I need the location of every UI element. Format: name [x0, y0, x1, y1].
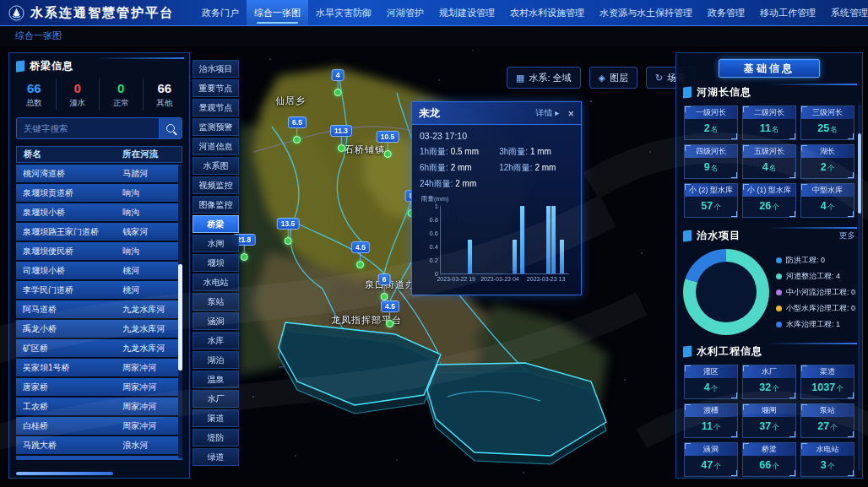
chart-x-tick: 2023-03-23 13 [527, 276, 566, 282]
bridge-table-row[interactable]: 泉堰坝小桥响沟 [16, 203, 182, 221]
nav-item[interactable]: 移动工作管理 [752, 0, 823, 25]
table-horizontal-scrollbar[interactable] [16, 472, 113, 475]
bridge-table-row[interactable]: 禹龙小桥九龙水库河 [16, 320, 182, 338]
bridge-table-row[interactable]: 马跳大桥浪水河 [16, 436, 182, 454]
layer-menu-item[interactable]: 堤防 [193, 429, 239, 446]
layer-menu-item[interactable]: 河道信息 [193, 138, 239, 155]
bridge-table-row[interactable]: 白桂桥周家冲河 [16, 417, 182, 435]
layer-menu-item[interactable]: 湖泊 [193, 351, 239, 369]
panel-scrollbar[interactable] [858, 104, 861, 471]
card-label: 小 (1) 型水库 [743, 184, 795, 197]
rainfall-metric: 12h雨量: 2 mm [499, 162, 573, 174]
search-button[interactable] [159, 118, 182, 138]
close-icon[interactable]: × [567, 108, 574, 119]
nav-item[interactable]: 政务管理 [700, 0, 752, 25]
layer-menu-item[interactable]: 重要节点 [193, 79, 239, 97]
layer-menu-item[interactable]: 绿道 [193, 448, 239, 466]
nav-item[interactable]: 河湖管护 [379, 0, 431, 25]
legend-dot [776, 306, 782, 311]
search-input[interactable] [17, 118, 159, 138]
chief-card: 一级河长2名 [684, 106, 738, 140]
map-toolbar-label: 图层 [610, 72, 628, 84]
layer-menu-item[interactable]: 堰坝 [193, 254, 239, 272]
bridge-table-row[interactable]: 工农桥周家冲河 [16, 398, 182, 415]
panel-scrollbar-thumb[interactable] [858, 133, 861, 214]
marker-stem [287, 230, 288, 237]
nav-item[interactable]: 农村水利设施管理 [502, 0, 592, 25]
layer-menu-item[interactable]: 水闸 [193, 235, 239, 252]
nav-item[interactable]: 系统管理 [823, 0, 868, 25]
chief-card: 小 (2) 型水库57个 [684, 183, 738, 218]
legend-text: 河道整治工程: 4 [786, 271, 840, 282]
map-marker[interactable]: 13.5 [277, 218, 300, 245]
card-value: 11名 [743, 119, 795, 139]
layer-menu-item[interactable]: 温泉 [193, 371, 239, 388]
map-marker[interactable]: 6 [378, 273, 391, 300]
chiefs-cards: 一级河长2名二级河长11名三级河长25名四级河长9名五级河长4名湖长2个小 (2… [684, 106, 854, 218]
map-toolbar-button[interactable]: ◈图层 [589, 67, 637, 89]
bridge-table-row[interactable]: 吴家坝1号桥周家冲河 [16, 359, 182, 376]
bridge-table-row[interactable]: 矿区桥九龙水库河 [16, 339, 182, 357]
popup-detail-link[interactable]: 详情 ▸ [536, 107, 560, 119]
table-scrollbar[interactable] [178, 165, 182, 458]
bridge-table-row[interactable]: 国家电网周金门7号桥浪水河 [16, 456, 182, 460]
facility-card: 桥梁66个 [742, 442, 796, 477]
map-marker[interactable]: 4.5 [381, 300, 399, 327]
layer-menu-item[interactable]: 图像监控 [193, 196, 239, 214]
layer-menu-item[interactable]: 监测预警 [193, 118, 239, 136]
layer-menu-item[interactable]: 景观节点 [193, 99, 239, 116]
legend-item: 水库治理工程: 1 [776, 319, 855, 330]
layer-menu-item[interactable]: 水厂 [193, 390, 239, 408]
map-marker[interactable]: 11.3 [330, 125, 352, 152]
map-toolbar-button[interactable]: ▦水系: 全域 [507, 67, 581, 89]
river-name-cell: 周家冲河 [117, 420, 182, 432]
projects-more-link[interactable]: 更多 [839, 230, 855, 241]
bridge-table-row[interactable]: 泉堰坝路王家门道桥钱家河 [16, 223, 182, 241]
layer-menu-item[interactable]: 水电站 [193, 273, 239, 291]
layer-menu-item[interactable]: 渠道 [193, 409, 239, 427]
legend-item: 小型水库治理工程: 0 [776, 303, 855, 314]
bridge-table-row[interactable]: 司堰坝小桥桃河 [16, 262, 182, 279]
rainfall-metric: 24h雨量: 2 mm [420, 178, 497, 190]
stat-label: 漫水 [57, 98, 100, 109]
map-marker[interactable]: 4 [332, 69, 344, 96]
layer-menu-item[interactable]: 涵洞 [193, 312, 239, 330]
nav-item[interactable]: 政务门户 [194, 0, 247, 25]
stat-value: 66 [13, 81, 56, 95]
map-marker[interactable]: 6.5 [288, 116, 307, 143]
layer-menu-item[interactable]: 视频监控 [193, 176, 239, 194]
layer-menu-item[interactable]: 桥梁 [193, 215, 239, 233]
map-marker[interactable]: 4.5 [351, 241, 370, 268]
search-icon [166, 124, 175, 133]
bridge-name-cell: 马跳大桥 [16, 440, 117, 452]
nav-item[interactable]: 综合一张图 [247, 0, 308, 25]
facility-card: 涵洞47个 [684, 442, 738, 477]
bridge-table-row[interactable]: 泉堰坝贡道桥响沟 [16, 184, 182, 202]
layer-menu-item[interactable]: 治水项目 [193, 60, 239, 78]
bridge-table-row[interactable]: 桃河湾道桥马踏河 [16, 165, 182, 182]
table-scrollbar-thumb[interactable] [178, 264, 182, 370]
nav-item[interactable]: 水旱灾害防御 [308, 0, 379, 25]
metric-label: 1h雨量: [420, 147, 451, 156]
card-label: 一级河长 [685, 106, 737, 119]
app-stage: 水系连通智慧管护平台 政务门户综合一张图水旱灾害防御河湖管护规划建设管理农村水利… [0, 0, 868, 487]
scene-icon: ↻ [655, 73, 663, 84]
basic-info-tab[interactable]: 基础信息 [719, 59, 820, 78]
section-corner-icon [683, 345, 692, 357]
bridge-table: 桥名 所在河流 桃河湾道桥马踏河泉堰坝贡道桥响沟泉堰坝小桥响沟泉堰坝路王家门道桥… [16, 146, 182, 460]
card-value: 2个 [801, 158, 854, 178]
layer-menu-item[interactable]: 水系图 [193, 157, 239, 175]
marker-pin-icon [356, 261, 364, 268]
bridge-table-row[interactable]: 阿马道桥九龙水库河 [16, 300, 182, 318]
nav-item[interactable]: 规划建设管理 [431, 0, 502, 25]
bridge-table-row[interactable]: 泉堰坝便民桥响沟 [16, 242, 182, 260]
bridge-table-row[interactable]: 唐家桥周家冲河 [16, 378, 182, 396]
metric-label: 24h雨量: [420, 179, 455, 188]
projects-chart: 防洪工程: 0河道整治工程: 4中小河流治理工程: 0小型水库治理工程: 0水库… [683, 249, 855, 335]
legend-item: 河道整治工程: 4 [776, 271, 855, 282]
nav-item[interactable]: 水资源与水土保持管理 [592, 0, 700, 25]
map-marker[interactable]: 10.5 [377, 131, 399, 158]
layer-menu-item[interactable]: 水库 [193, 332, 239, 349]
bridge-table-row[interactable]: 李学民门道桥桃河 [16, 281, 182, 299]
layer-menu-item[interactable]: 泵站 [193, 293, 239, 311]
